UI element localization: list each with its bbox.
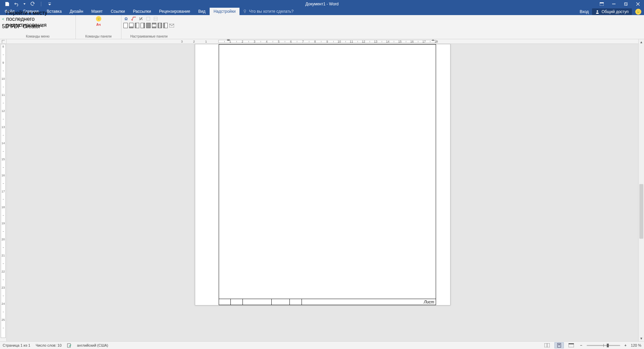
border-right-icon[interactable]: [141, 23, 145, 28]
tab-right-controls: Вход Общий доступ: [580, 8, 644, 15]
zoom-out-button[interactable]: −: [579, 343, 584, 348]
status-word-count[interactable]: Число слов: 10: [36, 343, 61, 347]
svg-point-9: [2, 19, 3, 19]
border-topbottom-icon[interactable]: [152, 23, 156, 28]
scroll-down-icon[interactable]: ▼: [639, 336, 644, 341]
maximize-button[interactable]: [620, 0, 632, 8]
sqrt-icon[interactable]: [131, 16, 136, 21]
svg-rect-18: [67, 344, 70, 347]
svg-point-7: [637, 11, 638, 11]
ruler-corner-icon[interactable]: [0, 39, 6, 44]
tab-addins[interactable]: Надстройки: [210, 8, 240, 15]
page-title-block: Лист: [219, 299, 436, 305]
tab-view[interactable]: Вид: [194, 8, 210, 15]
svg-point-6: [597, 10, 598, 12]
redo-icon[interactable]: [30, 2, 35, 6]
border-leftright-icon[interactable]: [158, 23, 162, 28]
tab-layout[interactable]: Макет: [87, 8, 107, 15]
view-web-layout-button[interactable]: [567, 342, 576, 348]
tab-mailings[interactable]: Рассылки: [129, 8, 155, 15]
ribbon-tab-row: Файл Главная Вставка Дизайн Макет Ссылки…: [0, 8, 644, 15]
goto-last-edit-button[interactable]: Перейти к месту последнего редактировани…: [2, 16, 73, 22]
border-none-icon[interactable]: [123, 23, 128, 28]
tell-me-search[interactable]: Что вы хотите сделать?: [239, 8, 297, 15]
ribbon-group-toolbar-commands: Ач Команды панели инструментов: [76, 15, 121, 39]
zoom-in-button[interactable]: +: [623, 343, 628, 348]
spellcheck-icon[interactable]: [67, 343, 72, 348]
undo-dropdown-icon[interactable]: [23, 2, 25, 6]
omega-icon[interactable]: Ω: [123, 16, 129, 21]
horizontal-ruler[interactable]: 321123456789101112131415161718: [7, 39, 638, 44]
vertical-scrollbar[interactable]: ▲ ▼: [638, 39, 644, 341]
share-button[interactable]: Общий доступ: [592, 8, 632, 15]
strikethrough-icon[interactable]: [138, 16, 144, 21]
pdf-creator-label: 5D PDF Creator: [2, 23, 41, 30]
main-column: ˄ 321123456789101112131415161718 Лист: [7, 39, 638, 341]
pdf-creator-button[interactable]: 5D PDF Creator ▾: [2, 23, 73, 30]
page-frame: [219, 44, 436, 299]
save-icon[interactable]: [5, 2, 9, 6]
border-left2-icon[interactable]: [163, 23, 168, 28]
share-label: Общий доступ: [601, 9, 629, 14]
abbyy-icon[interactable]: Ач: [96, 23, 101, 26]
scroll-thumb[interactable]: [639, 184, 643, 238]
smiley-icon[interactable]: [96, 16, 101, 21]
group-label-custom-toolbars: Настраиваемые панели инструментов: [121, 35, 176, 39]
titleblock-cell-6: Лист: [302, 299, 436, 305]
sign-in-link[interactable]: Вход: [580, 9, 589, 14]
ribbon-display-options-icon[interactable]: [596, 0, 608, 8]
border-left-icon[interactable]: [135, 23, 139, 28]
feedback-smiley-icon[interactable]: [635, 9, 641, 15]
svg-rect-3: [624, 3, 627, 6]
zoom-slider[interactable]: [587, 345, 620, 346]
group-label-menu-commands: Команды меню: [0, 35, 75, 39]
goto-last-edit-icon: [2, 17, 5, 21]
chevron-down-icon: ▾: [42, 25, 43, 28]
undo-icon[interactable]: [14, 2, 19, 6]
svg-rect-2: [612, 4, 615, 4]
svg-point-5: [244, 10, 246, 12]
box-disabled-2-icon: [153, 16, 158, 21]
qat-separator: [41, 2, 41, 6]
titleblock-cell-4: [272, 299, 290, 305]
window-title: Документ1 - Word: [305, 2, 338, 6]
window-controls: [596, 0, 644, 8]
titleblock-cell-5: [290, 299, 302, 305]
envelope-icon[interactable]: [169, 23, 174, 28]
ribbon: Перейти к месту последнего редактировани…: [0, 15, 644, 39]
person-icon: [595, 10, 599, 14]
lightbulb-icon: [243, 9, 247, 13]
scroll-up-icon[interactable]: ▲: [639, 39, 644, 45]
svg-rect-14: [147, 17, 150, 20]
svg-rect-4: [625, 2, 628, 5]
view-read-mode-button[interactable]: [542, 342, 552, 348]
status-language[interactable]: английский (США): [77, 343, 108, 347]
tab-review[interactable]: Рецензирование: [155, 8, 194, 15]
zoom-handle[interactable]: [607, 344, 609, 347]
svg-rect-15: [154, 17, 157, 20]
svg-point-13: [99, 18, 99, 19]
vertical-ruler[interactable]: 8910111213141516171819202122232425: [0, 39, 7, 341]
customize-qat-icon[interactable]: [47, 2, 52, 6]
svg-rect-1: [600, 2, 604, 3]
close-button[interactable]: [632, 0, 644, 8]
titleblock-cell-1: [219, 299, 231, 305]
tab-references[interactable]: Ссылки: [107, 8, 129, 15]
group-label-toolbar-commands: Команды панели инструментов: [76, 35, 121, 39]
quick-access-toolbar: [0, 2, 52, 6]
status-page[interactable]: Страница 1 из 1: [3, 343, 30, 347]
title-bar: Документ1 - Word: [0, 0, 644, 8]
document-area[interactable]: Лист: [7, 44, 638, 341]
minimize-button[interactable]: [608, 0, 620, 8]
border-bottom-icon[interactable]: [129, 23, 133, 28]
status-right: − + 120 %: [542, 342, 641, 348]
svg-rect-25: [569, 343, 574, 344]
border-all-icon[interactable]: [146, 23, 151, 28]
titleblock-cell-3: [243, 299, 272, 305]
box-disabled-1-icon: [146, 16, 151, 21]
titleblock-cell-2: [231, 299, 243, 305]
view-print-layout-button[interactable]: [554, 342, 564, 348]
zoom-level[interactable]: 120 %: [631, 343, 641, 347]
titleblock-sheet-label: Лист: [424, 300, 434, 304]
ribbon-group-custom-toolbars: Ω Настраиваемые панели инструментов: [121, 15, 176, 39]
